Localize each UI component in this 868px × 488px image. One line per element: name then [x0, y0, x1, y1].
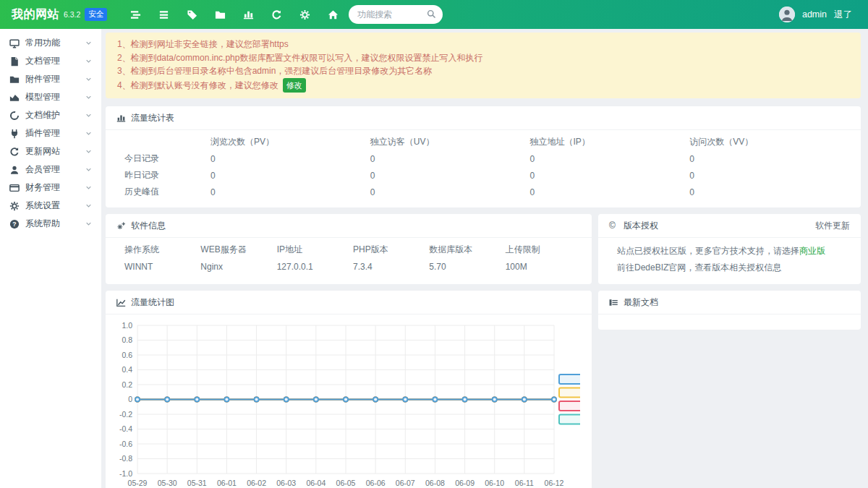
username-label[interactable]: admin	[802, 9, 827, 20]
sidebar-item-label: 插件管理	[25, 127, 60, 140]
row-label: 今日记录	[124, 153, 210, 165]
chevron-down-icon	[85, 166, 92, 173]
chevron-down-icon	[85, 76, 92, 82]
license-line: 站点已授权社区版，更多官方技术支持，请选择商业版	[617, 243, 849, 260]
home-icon[interactable]	[328, 9, 339, 20]
svg-text:05-29: 05-29	[128, 479, 148, 487]
alert-line: 1、检测到网址非安全链接，建议您部署https	[117, 38, 849, 51]
svg-text:06-04: 06-04	[306, 479, 326, 487]
chevron-down-icon	[85, 58, 92, 64]
svg-text:06-10: 06-10	[485, 479, 504, 487]
sidebar-item-document-maintenance[interactable]: 文档维护	[0, 106, 101, 124]
latest-docs-header: 最新文档	[598, 291, 861, 314]
site-title: 我的网站	[12, 7, 59, 22]
folder-icon	[9, 74, 20, 85]
sidebar-item-plugin-management[interactable]: 插件管理	[0, 124, 101, 142]
svg-text:06-05: 06-05	[336, 479, 356, 487]
sidebar-item-label: 系统帮助	[25, 218, 60, 230]
chevron-down-icon	[85, 112, 92, 119]
menu-bars-icon[interactable]	[158, 9, 169, 20]
question-circle-icon: ?	[9, 219, 20, 229]
refresh-icon[interactable]	[271, 9, 282, 20]
svg-text:06-09: 06-09	[455, 479, 475, 487]
traffic-stats-header: 流量统计表	[106, 106, 861, 130]
sidebar-item-model-management[interactable]: 模型管理	[0, 88, 101, 106]
svg-text:06-06: 06-06	[366, 479, 386, 487]
table-row: 历史峰值 0 0 0 0	[124, 184, 849, 200]
svg-text:06-11: 06-11	[515, 479, 534, 487]
security-badge[interactable]: 安全	[85, 8, 107, 21]
chevron-down-icon	[85, 184, 92, 191]
software-info-body: 操作系统 WEB服务器 IP地址 PHP版本 数据库版本 上传限制 WINNT …	[106, 238, 592, 283]
search-box	[349, 5, 443, 24]
traffic-chart-header: 流量统计图	[106, 291, 592, 314]
desktop-icon	[9, 38, 20, 48]
svg-text:0.8: 0.8	[122, 335, 132, 344]
col-uv: 独立访客（UV）	[370, 136, 530, 148]
svg-text:?: ?	[12, 221, 16, 228]
panel-title: 流量统计图	[131, 296, 174, 309]
file-icon	[9, 56, 20, 67]
svg-text:05-30: 05-30	[158, 479, 177, 487]
svg-text:06-01: 06-01	[217, 479, 237, 487]
search-icon[interactable]	[427, 9, 436, 19]
tag-icon[interactable]	[187, 9, 197, 20]
top-navbar: 我的网站 6.3.2 安全 admin 退了	[0, 0, 868, 29]
sidebar-item-common-functions[interactable]: 常用功能	[0, 34, 101, 52]
license-panel: © 版本授权 软件更新 站点已授权社区版，更多官方技术支持，请选择商业版 前往D…	[598, 214, 861, 284]
table-row: 昨日记录 0 0 0 0	[124, 167, 849, 184]
chevron-down-icon	[85, 40, 92, 46]
sidebar-item-document-management[interactable]: 文档管理	[0, 52, 101, 70]
latest-docs-panel: 最新文档	[598, 291, 861, 330]
row-label: 昨日记录	[124, 169, 210, 181]
alert-line: 2、检测到data/common.inc.php数据库配置文件权限可以写入，建议…	[117, 51, 849, 65]
brand[interactable]: 我的网站 6.3.2 安全	[12, 7, 107, 22]
main-content: 1、检测到网址非安全链接，建议您部署https 2、检测到data/common…	[101, 29, 868, 488]
folder-icon[interactable]	[215, 9, 226, 20]
traffic-chart-body: 1.00.80.60.40.20-0.2-0.4-0.6-0.8-1.005-2…	[106, 314, 592, 488]
credit-card-icon	[9, 183, 20, 193]
chevron-down-icon	[85, 130, 92, 137]
svg-text:0.6: 0.6	[122, 351, 132, 359]
logout-link[interactable]: 退了	[834, 9, 852, 21]
chart-bar-icon[interactable]	[243, 9, 254, 20]
user-avatar[interactable]	[779, 7, 795, 22]
modify-button[interactable]: 修改	[283, 78, 306, 93]
list-icon	[609, 298, 618, 307]
software-values-row: WINNT Nginx 127.0.0.1 7.3.4 5.70 100M	[124, 258, 582, 275]
sidebar-item-finance-management[interactable]: 财务管理	[0, 179, 101, 197]
sidebar-item-label: 更新网站	[25, 145, 60, 158]
software-info-header: 软件信息	[106, 214, 592, 238]
gear-icon[interactable]	[299, 9, 310, 20]
svg-text:06-08: 06-08	[425, 479, 445, 487]
sidebar-item-update-site[interactable]: 更新网站	[0, 142, 101, 160]
sidebar-item-system-settings[interactable]: 系统设置	[0, 197, 101, 215]
sidebar-item-label: 系统设置	[25, 200, 60, 212]
cogs-icon	[116, 221, 126, 231]
software-columns-row: 操作系统 WEB服务器 IP地址 PHP版本 数据库版本 上传限制	[124, 241, 582, 258]
sidebar-item-system-help[interactable]: ? 系统帮助	[0, 215, 101, 233]
user-icon	[9, 165, 20, 175]
svg-text:06-12: 06-12	[545, 479, 564, 487]
plug-icon	[9, 129, 20, 139]
license-line: 前往DedeBIZ官网，查看版本相关授权信息	[617, 260, 849, 276]
commercial-edition-link[interactable]: 商业版	[799, 246, 825, 256]
chart-area-icon	[9, 93, 20, 103]
svg-text:0.4: 0.4	[122, 365, 132, 374]
sidebar-item-member-management[interactable]: 会员管理	[0, 160, 101, 179]
stream-icon[interactable]	[130, 9, 141, 20]
webserver-value: Nginx	[200, 262, 276, 272]
sidebar-item-label: 文档维护	[25, 109, 60, 121]
software-update-link[interactable]: 软件更新	[815, 220, 850, 232]
navbar-icon-group	[130, 9, 339, 20]
chevron-down-icon	[85, 221, 92, 227]
svg-text:05-31: 05-31	[187, 479, 207, 487]
svg-text:06-03: 06-03	[276, 479, 296, 487]
alert-line: 3、检测到后台管理目录名称中包含admin，强烈建议后台管理目录修改为其它名称	[117, 64, 849, 78]
traffic-columns-row: 浏览次数（PV） 独立访客（UV） 独立地址（IP） 访问次数（VV）	[124, 134, 849, 150]
version-label: 6.3.2	[64, 10, 80, 19]
license-header: © 版本授权 软件更新	[598, 214, 861, 238]
sidebar-item-attachment-management[interactable]: 附件管理	[0, 70, 101, 88]
db-version-value: 5.70	[429, 262, 505, 272]
ip-value: 127.0.0.1	[277, 262, 353, 272]
